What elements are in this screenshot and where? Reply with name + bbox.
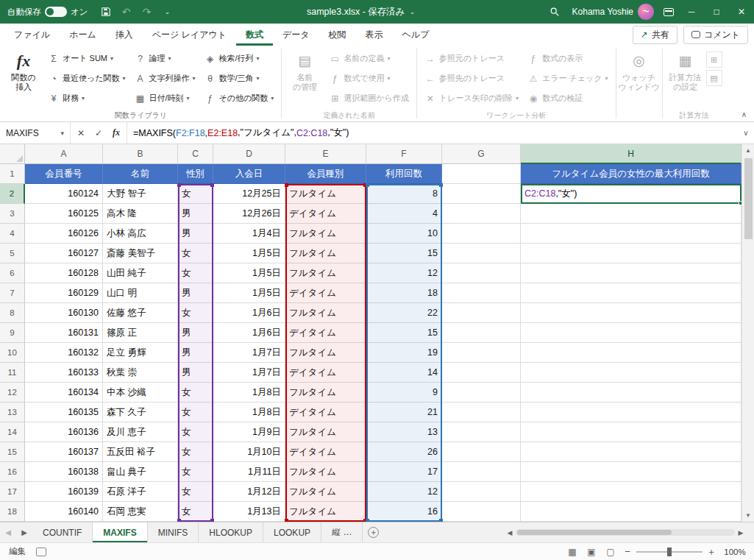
normal-view-button[interactable]: ▦ — [563, 543, 582, 560]
cell-E8[interactable]: フルタイム — [285, 303, 366, 323]
row-header-18[interactable]: 18 — [0, 502, 25, 522]
cell-C2[interactable]: 女 — [178, 184, 213, 204]
tab-file[interactable]: ファイル — [4, 24, 60, 46]
cell-B6[interactable]: 山田 純子 — [103, 263, 178, 283]
cell-E14[interactable]: フルタイム — [285, 422, 366, 442]
tab-data[interactable]: データ — [273, 24, 319, 46]
qat-customize-button[interactable]: ⌄ — [157, 0, 178, 24]
cell-H10[interactable] — [521, 343, 741, 363]
cell-H6[interactable] — [521, 263, 741, 283]
logical-button[interactable]: ?論理▾ — [131, 49, 199, 68]
column-header-B[interactable]: B — [103, 144, 178, 164]
cell-A5[interactable]: 160127 — [25, 244, 103, 263]
cell-H9[interactable] — [521, 323, 741, 343]
trace-dependents-button[interactable]: ←参照先のトレース — [421, 68, 522, 88]
share-button[interactable]: ↗ 共有 — [633, 26, 677, 44]
cell-G6[interactable] — [442, 263, 521, 283]
cell-D1[interactable]: 入会日 — [213, 164, 285, 184]
cell-B18[interactable]: 石岡 恵実 — [103, 502, 178, 522]
cell-F17[interactable]: 12 — [366, 482, 442, 502]
column-header-G[interactable]: G — [442, 144, 521, 164]
row-header-13[interactable]: 13 — [0, 403, 25, 422]
column-header-H[interactable]: H — [521, 144, 741, 164]
cell-C5[interactable]: 女 — [178, 244, 213, 263]
scroll-up-icon[interactable]: ▲ — [742, 144, 754, 157]
cell-G12[interactable] — [442, 383, 521, 403]
financial-button[interactable]: ¥財務▾ — [44, 88, 129, 108]
cell-E4[interactable]: フルタイム — [285, 224, 366, 244]
cell-H17[interactable] — [521, 482, 741, 502]
cell-H15[interactable] — [521, 442, 741, 462]
horizontal-scrollbar[interactable]: ◀ ▶ — [504, 522, 747, 542]
cell-B2[interactable]: 大野 智子 — [103, 184, 178, 204]
cell-A17[interactable]: 160139 — [25, 482, 103, 502]
cell-F7[interactable]: 18 — [366, 283, 442, 303]
row-header-10[interactable]: 10 — [0, 343, 25, 363]
cell-G13[interactable] — [442, 403, 521, 422]
formula-input[interactable]: =MAXIFS(F2:F18,E2:E18,"フルタイム",C2:C18,"女"… — [127, 122, 738, 143]
cell-D13[interactable]: 1月8日 — [213, 403, 285, 422]
cell-G10[interactable] — [442, 343, 521, 363]
cell-H14[interactable] — [521, 422, 741, 442]
cell-C1[interactable]: 性別 — [178, 164, 213, 184]
cell-E1[interactable]: 会員種別 — [285, 164, 366, 184]
calculate-sheet-button[interactable]: ▤ — [706, 70, 722, 86]
insert-function-button[interactable]: fx 関数の 挿入 — [4, 47, 43, 109]
tab-view[interactable]: 表示 — [356, 24, 393, 46]
row-header-17[interactable]: 17 — [0, 482, 25, 502]
cell-F18[interactable]: 16 — [366, 502, 442, 522]
tab-help[interactable]: ヘルプ — [393, 24, 439, 46]
sheet-tab-LOOKUP[interactable]: LOOKUP — [263, 522, 321, 542]
row-header-8[interactable]: 8 — [0, 303, 25, 323]
cell-B10[interactable]: 足立 勇輝 — [103, 343, 178, 363]
cell-H5[interactable] — [521, 244, 741, 263]
zoom-slider-thumb[interactable] — [667, 547, 672, 556]
error-checking-button[interactable]: ⚠エラー チェック▾ — [524, 68, 612, 88]
cell-C12[interactable]: 女 — [178, 383, 213, 403]
cell-G17[interactable] — [442, 482, 521, 502]
cell-D12[interactable]: 1月8日 — [213, 383, 285, 403]
row-header-3[interactable]: 3 — [0, 204, 25, 224]
page-break-view-button[interactable]: ▢ — [601, 543, 620, 560]
tab-formulas[interactable]: 数式 — [236, 24, 273, 46]
cell-B8[interactable]: 佐藤 悠子 — [103, 303, 178, 323]
sheet-tab-MAXIFS[interactable]: MAXIFS — [93, 522, 147, 542]
cell-C3[interactable]: 男 — [178, 204, 213, 224]
define-name-button[interactable]: ▭名前の定義▾ — [325, 49, 413, 68]
column-header-A[interactable]: A — [25, 144, 103, 164]
cell-C8[interactable]: 女 — [178, 303, 213, 323]
cell-F10[interactable]: 19 — [366, 343, 442, 363]
redo-button[interactable]: ↷ — [137, 0, 157, 24]
lookup-reference-button[interactable]: ◈検索/行列▾ — [201, 49, 278, 68]
sheet-nav-left-icon[interactable]: ◀ — [0, 522, 16, 542]
cell-F4[interactable]: 10 — [366, 224, 442, 244]
cell-G7[interactable] — [442, 283, 521, 303]
cell-D17[interactable]: 1月12日 — [213, 482, 285, 502]
cell-B5[interactable]: 斎藤 美智子 — [103, 244, 178, 263]
cell-E11[interactable]: デイタイム — [285, 363, 366, 383]
cell-H8[interactable] — [521, 303, 741, 323]
more-functions-button[interactable]: ƒその他の関数▾ — [201, 88, 278, 108]
cell-E7[interactable]: デイタイム — [285, 283, 366, 303]
date-time-button[interactable]: ▦日付/時刻▾ — [131, 88, 199, 108]
cell-A12[interactable]: 160134 — [25, 383, 103, 403]
macro-record-icon[interactable] — [36, 547, 46, 556]
tab-page-layout[interactable]: ページ レイアウト — [143, 24, 236, 46]
cell-G9[interactable] — [442, 323, 521, 343]
cell-F12[interactable]: 9 — [366, 383, 442, 403]
create-from-selection-button[interactable]: ⊞選択範囲から作成 — [325, 88, 413, 108]
cell-H4[interactable] — [521, 224, 741, 244]
cell-G16[interactable] — [442, 462, 521, 482]
cell-A16[interactable]: 160138 — [25, 462, 103, 482]
row-header-6[interactable]: 6 — [0, 263, 25, 283]
cell-A7[interactable]: 160129 — [25, 283, 103, 303]
cell-A4[interactable]: 160126 — [25, 224, 103, 244]
sheet-tab-縦 …[interactable]: 縦 … — [321, 522, 363, 542]
cell-G8[interactable] — [442, 303, 521, 323]
cell-A3[interactable]: 160125 — [25, 204, 103, 224]
cell-F15[interactable]: 26 — [366, 442, 442, 462]
tab-review[interactable]: 校閲 — [319, 24, 356, 46]
row-header-5[interactable]: 5 — [0, 244, 25, 263]
new-sheet-button[interactable]: ＋ — [363, 522, 383, 542]
enter-button[interactable]: ✓ — [90, 122, 107, 143]
